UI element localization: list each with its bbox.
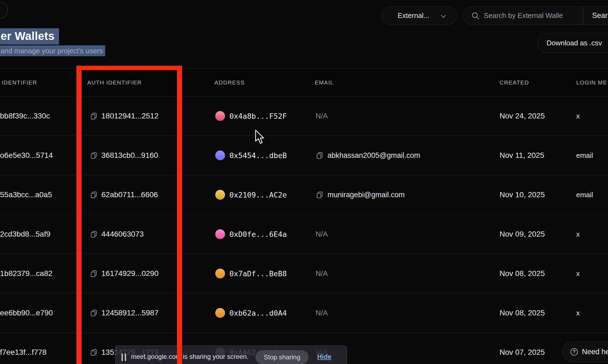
login-method-value: x <box>576 309 580 317</box>
column-header-created: CREATED <box>500 69 529 96</box>
screen-share-banner: meet.google.com is sharing your screen. … <box>115 346 347 364</box>
copy-icon[interactable] <box>90 309 98 317</box>
wallet-avatar-dot <box>215 269 225 278</box>
table-row[interactable]: 55a3bcc...a0a5 62ab0711...6606 0x2109...… <box>0 175 608 215</box>
email-value: N/A <box>316 112 328 120</box>
wallet-avatar-dot <box>215 190 225 200</box>
share-message: meet.google.com is sharing your screen. <box>131 353 248 360</box>
address-value: 0x4a8b...F52F <box>229 112 287 120</box>
login-method-cell: x <box>576 96 580 136</box>
email-value: abkhassan2005@gmail.com <box>328 151 420 160</box>
table-row[interactable]: o6e5e30...5714 36813cb0...9160 0x5454...… <box>0 136 608 175</box>
identifier-value: o6e5e30...5714 <box>0 151 53 160</box>
email-value: N/A <box>316 309 328 317</box>
search-input[interactable] <box>483 11 573 20</box>
created-value: Nov 07, 2025 <box>500 348 545 357</box>
copy-icon[interactable] <box>90 348 98 356</box>
table-row[interactable]: 1b82379...ca82 16174929...0290 0x7aDf...… <box>0 254 608 293</box>
column-header-login-method: LOGIN ME <box>576 69 607 96</box>
auth-identifier-cell: 12458912...5987 <box>90 293 158 332</box>
copy-icon[interactable] <box>316 151 324 159</box>
login-method-cell: email <box>576 175 593 214</box>
auth-identifier-cell: 4446063073 <box>90 215 144 254</box>
email-cell: N/A <box>316 254 328 293</box>
copy-icon[interactable] <box>316 191 324 199</box>
address-cell: 0x7aDf...BeB8 <box>215 254 287 293</box>
login-method-cell: x <box>576 215 580 254</box>
address-value: 0x2109...AC2e <box>229 191 287 199</box>
email-value: N/A <box>316 269 328 278</box>
auth-identifier-value: 4446063073 <box>101 230 144 239</box>
wallet-avatar-dot <box>215 229 225 239</box>
identifier-value: f7ee13f...f778 <box>0 348 46 357</box>
page-header: er Wallets and manage your project's use… <box>0 28 105 56</box>
created-cell: Nov 10, 2025 <box>500 175 545 214</box>
search-icon <box>471 12 479 20</box>
identifier-cell: 1b82379...ca82 <box>0 254 52 293</box>
identifier-value: bb8f39c...330c <box>0 112 50 120</box>
address-value: 0xb62a...d0A4 <box>229 309 287 317</box>
edge-button-fragment <box>0 2 8 19</box>
login-method-value: x <box>576 112 580 120</box>
address-value: 0x5454...dbeB <box>229 151 287 160</box>
email-cell: muniragebi@gmail.com <box>316 175 405 214</box>
address-value: 0x7aDf...BeB8 <box>229 269 287 278</box>
created-cell: Nov 07, 2025 <box>500 333 545 364</box>
identifier-cell: 2cd3bd8...5af9 <box>0 215 50 254</box>
address-cell: 0x2109...AC2e <box>215 175 287 214</box>
identifier-value: 55a3bcc...a0a5 <box>0 190 52 199</box>
download-csv-button[interactable]: Download as .csv <box>537 33 608 53</box>
copy-icon[interactable] <box>90 191 98 199</box>
address-value: 0xD0fe...6E4a <box>229 230 287 239</box>
external-filter-dropdown[interactable]: External... <box>382 7 457 25</box>
identifier-cell: 55a3bcc...a0a5 <box>0 175 52 214</box>
created-value: Nov 24, 2025 <box>500 112 545 120</box>
identifier-cell: f7ee13f...f778 <box>0 333 46 364</box>
created-cell: Nov 08, 2025 <box>500 293 545 332</box>
column-header-identifier: IDENTIFIER <box>2 69 37 96</box>
table-row[interactable]: 2cd3bd8...5af9 4446063073 0xD0fe...6E4a <box>0 215 608 254</box>
email-cell: N/A <box>316 293 328 332</box>
hide-link[interactable]: Hide <box>317 353 331 360</box>
identifier-cell: o6e5e30...5714 <box>0 136 53 175</box>
email-value: N/A <box>316 230 328 239</box>
created-value: Nov 10, 2025 <box>500 190 545 199</box>
identifier-value: 2cd3bd8...5af9 <box>0 230 50 239</box>
column-header-auth-identifier: AUTH IDENTIFIER <box>87 69 142 96</box>
created-value: Nov 08, 2025 <box>500 309 545 317</box>
table-row[interactable]: ee6bb90...e790 12458912...5987 0xb62a...… <box>0 293 608 333</box>
column-header-address: ADDRESS <box>214 69 245 96</box>
identifier-cell: ee6bb90...e790 <box>0 293 53 332</box>
wallet-avatar-dot <box>215 150 225 160</box>
copy-icon[interactable] <box>90 269 98 278</box>
email-cell: N/A <box>316 215 328 254</box>
copy-icon[interactable] <box>90 230 98 238</box>
auth-identifier-cell: 18012941...2512 <box>90 96 158 136</box>
login-method-cell: x <box>576 254 580 293</box>
pause-icon <box>121 354 126 361</box>
login-method-value: x <box>576 269 580 278</box>
created-value: Nov 08, 2025 <box>500 269 545 278</box>
email-value: muniragebi@gmail.com <box>328 191 405 199</box>
search-button[interactable]: Search <box>583 11 608 20</box>
search-bar[interactable]: Search <box>463 7 608 25</box>
table-header: IDENTIFIER AUTH IDENTIFIER ADDRESS EMAIL… <box>0 68 608 96</box>
stop-sharing-button[interactable]: Stop sharing <box>255 350 308 364</box>
address-cell: 0xb62a...d0A4 <box>215 293 287 332</box>
identifier-value: 1b82379...ca82 <box>0 269 52 278</box>
login-method-value: email <box>576 191 593 199</box>
page-subtitle: and manage your project's users <box>0 45 105 56</box>
copy-icon[interactable] <box>90 151 98 159</box>
help-button[interactable]: ? Need he <box>562 342 608 362</box>
table-row[interactable]: bb8f39c...330c 18012941...2512 0x4a8b...… <box>0 96 608 136</box>
created-cell: Nov 11, 2025 <box>500 136 544 175</box>
address-cell: 0x5454...dbeB <box>215 136 287 175</box>
auth-identifier-value: 12458912...5987 <box>101 309 158 317</box>
chevron-down-icon <box>441 13 446 18</box>
copy-icon[interactable] <box>90 112 98 120</box>
login-method-cell: x <box>576 293 580 332</box>
filter-dropdown-label: External... <box>398 11 429 20</box>
identifier-value: ee6bb90...e790 <box>0 309 53 317</box>
created-value: Nov 09, 2025 <box>500 230 545 239</box>
created-value: Nov 11, 2025 <box>500 151 544 160</box>
